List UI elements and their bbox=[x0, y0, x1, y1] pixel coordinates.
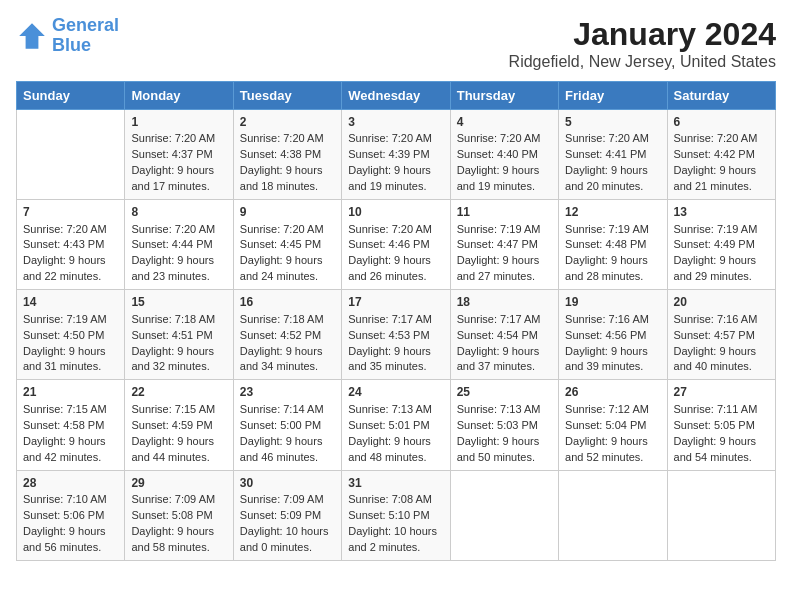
calendar-table: SundayMondayTuesdayWednesdayThursdayFrid… bbox=[16, 81, 776, 561]
day-number: 30 bbox=[240, 475, 335, 492]
day-number: 5 bbox=[565, 114, 660, 131]
day-cell: 13Sunrise: 7:19 AMSunset: 4:49 PMDayligh… bbox=[667, 200, 775, 290]
day-header-wednesday: Wednesday bbox=[342, 82, 450, 110]
day-number: 27 bbox=[674, 384, 769, 401]
logo-text: General Blue bbox=[52, 16, 119, 56]
day-cell: 10Sunrise: 7:20 AMSunset: 4:46 PMDayligh… bbox=[342, 200, 450, 290]
day-number: 23 bbox=[240, 384, 335, 401]
day-number: 16 bbox=[240, 294, 335, 311]
day-number: 14 bbox=[23, 294, 118, 311]
day-number: 4 bbox=[457, 114, 552, 131]
day-cell: 5Sunrise: 7:20 AMSunset: 4:41 PMDaylight… bbox=[559, 110, 667, 200]
day-cell: 28Sunrise: 7:10 AMSunset: 5:06 PMDayligh… bbox=[17, 470, 125, 560]
day-cell bbox=[559, 470, 667, 560]
logo-icon bbox=[16, 20, 48, 52]
week-row-2: 7Sunrise: 7:20 AMSunset: 4:43 PMDaylight… bbox=[17, 200, 776, 290]
day-cell: 24Sunrise: 7:13 AMSunset: 5:01 PMDayligh… bbox=[342, 380, 450, 470]
header-row: SundayMondayTuesdayWednesdayThursdayFrid… bbox=[17, 82, 776, 110]
week-row-5: 28Sunrise: 7:10 AMSunset: 5:06 PMDayligh… bbox=[17, 470, 776, 560]
day-cell bbox=[667, 470, 775, 560]
day-cell: 25Sunrise: 7:13 AMSunset: 5:03 PMDayligh… bbox=[450, 380, 558, 470]
day-cell: 29Sunrise: 7:09 AMSunset: 5:08 PMDayligh… bbox=[125, 470, 233, 560]
day-number: 21 bbox=[23, 384, 118, 401]
day-cell: 17Sunrise: 7:17 AMSunset: 4:53 PMDayligh… bbox=[342, 290, 450, 380]
day-number: 6 bbox=[674, 114, 769, 131]
day-number: 1 bbox=[131, 114, 226, 131]
day-cell: 18Sunrise: 7:17 AMSunset: 4:54 PMDayligh… bbox=[450, 290, 558, 380]
day-cell: 20Sunrise: 7:16 AMSunset: 4:57 PMDayligh… bbox=[667, 290, 775, 380]
day-number: 20 bbox=[674, 294, 769, 311]
day-cell: 9Sunrise: 7:20 AMSunset: 4:45 PMDaylight… bbox=[233, 200, 341, 290]
day-cell: 8Sunrise: 7:20 AMSunset: 4:44 PMDaylight… bbox=[125, 200, 233, 290]
day-cell bbox=[450, 470, 558, 560]
svg-marker-0 bbox=[19, 23, 45, 49]
day-cell: 1Sunrise: 7:20 AMSunset: 4:37 PMDaylight… bbox=[125, 110, 233, 200]
day-number: 2 bbox=[240, 114, 335, 131]
day-header-sunday: Sunday bbox=[17, 82, 125, 110]
day-number: 19 bbox=[565, 294, 660, 311]
day-number: 3 bbox=[348, 114, 443, 131]
day-number: 13 bbox=[674, 204, 769, 221]
day-cell: 14Sunrise: 7:19 AMSunset: 4:50 PMDayligh… bbox=[17, 290, 125, 380]
day-number: 18 bbox=[457, 294, 552, 311]
day-cell: 31Sunrise: 7:08 AMSunset: 5:10 PMDayligh… bbox=[342, 470, 450, 560]
logo-line1: General bbox=[52, 15, 119, 35]
day-cell: 19Sunrise: 7:16 AMSunset: 4:56 PMDayligh… bbox=[559, 290, 667, 380]
day-header-thursday: Thursday bbox=[450, 82, 558, 110]
day-cell: 21Sunrise: 7:15 AMSunset: 4:58 PMDayligh… bbox=[17, 380, 125, 470]
day-header-tuesday: Tuesday bbox=[233, 82, 341, 110]
day-header-friday: Friday bbox=[559, 82, 667, 110]
day-number: 7 bbox=[23, 204, 118, 221]
day-cell: 11Sunrise: 7:19 AMSunset: 4:47 PMDayligh… bbox=[450, 200, 558, 290]
day-cell: 30Sunrise: 7:09 AMSunset: 5:09 PMDayligh… bbox=[233, 470, 341, 560]
day-cell: 6Sunrise: 7:20 AMSunset: 4:42 PMDaylight… bbox=[667, 110, 775, 200]
day-number: 9 bbox=[240, 204, 335, 221]
day-cell: 26Sunrise: 7:12 AMSunset: 5:04 PMDayligh… bbox=[559, 380, 667, 470]
day-number: 25 bbox=[457, 384, 552, 401]
day-cell: 3Sunrise: 7:20 AMSunset: 4:39 PMDaylight… bbox=[342, 110, 450, 200]
day-cell: 23Sunrise: 7:14 AMSunset: 5:00 PMDayligh… bbox=[233, 380, 341, 470]
calendar-title: January 2024 bbox=[509, 16, 776, 53]
week-row-3: 14Sunrise: 7:19 AMSunset: 4:50 PMDayligh… bbox=[17, 290, 776, 380]
day-cell: 16Sunrise: 7:18 AMSunset: 4:52 PMDayligh… bbox=[233, 290, 341, 380]
day-cell bbox=[17, 110, 125, 200]
day-number: 24 bbox=[348, 384, 443, 401]
day-number: 17 bbox=[348, 294, 443, 311]
calendar-subtitle: Ridgefield, New Jersey, United States bbox=[509, 53, 776, 71]
day-header-saturday: Saturday bbox=[667, 82, 775, 110]
day-number: 28 bbox=[23, 475, 118, 492]
week-row-4: 21Sunrise: 7:15 AMSunset: 4:58 PMDayligh… bbox=[17, 380, 776, 470]
day-cell: 7Sunrise: 7:20 AMSunset: 4:43 PMDaylight… bbox=[17, 200, 125, 290]
day-number: 15 bbox=[131, 294, 226, 311]
day-number: 11 bbox=[457, 204, 552, 221]
day-number: 12 bbox=[565, 204, 660, 221]
day-cell: 12Sunrise: 7:19 AMSunset: 4:48 PMDayligh… bbox=[559, 200, 667, 290]
day-number: 10 bbox=[348, 204, 443, 221]
day-cell: 22Sunrise: 7:15 AMSunset: 4:59 PMDayligh… bbox=[125, 380, 233, 470]
week-row-1: 1Sunrise: 7:20 AMSunset: 4:37 PMDaylight… bbox=[17, 110, 776, 200]
day-cell: 15Sunrise: 7:18 AMSunset: 4:51 PMDayligh… bbox=[125, 290, 233, 380]
day-cell: 27Sunrise: 7:11 AMSunset: 5:05 PMDayligh… bbox=[667, 380, 775, 470]
day-number: 26 bbox=[565, 384, 660, 401]
day-cell: 4Sunrise: 7:20 AMSunset: 4:40 PMDaylight… bbox=[450, 110, 558, 200]
day-header-monday: Monday bbox=[125, 82, 233, 110]
day-number: 8 bbox=[131, 204, 226, 221]
logo: General Blue bbox=[16, 16, 119, 56]
day-number: 22 bbox=[131, 384, 226, 401]
day-number: 29 bbox=[131, 475, 226, 492]
title-block: January 2024 Ridgefield, New Jersey, Uni… bbox=[509, 16, 776, 71]
day-number: 31 bbox=[348, 475, 443, 492]
logo-line2: Blue bbox=[52, 35, 91, 55]
page-header: General Blue January 2024 Ridgefield, Ne… bbox=[16, 16, 776, 71]
day-cell: 2Sunrise: 7:20 AMSunset: 4:38 PMDaylight… bbox=[233, 110, 341, 200]
